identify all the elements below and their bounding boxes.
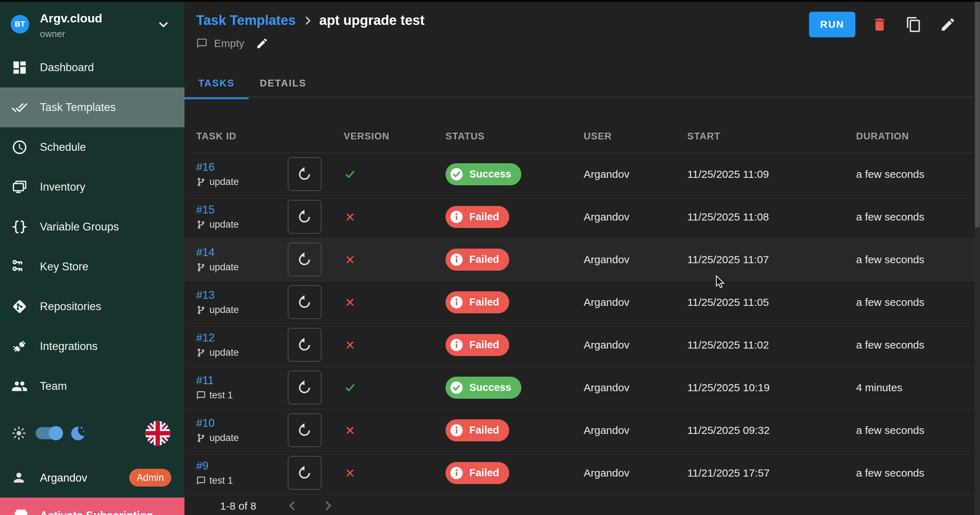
sidebar-item-label: Repositories <box>40 300 101 313</box>
restart-icon <box>296 422 313 439</box>
restart-task-button[interactable] <box>288 371 321 404</box>
theme-toggle-knob <box>49 426 63 440</box>
sidebar-item-label: Key Store <box>40 260 88 273</box>
main-content: Task Templates apt upgrade test Empty RU… <box>185 0 980 515</box>
task-id-link[interactable]: #10 <box>196 417 215 429</box>
schedule-icon <box>11 139 28 155</box>
task-id-link[interactable]: #13 <box>196 289 215 302</box>
task-id-link[interactable]: #14 <box>196 246 215 259</box>
col-duration: DURATION <box>856 131 909 142</box>
sidebar-item-variable-groups[interactable]: Variable Groups <box>0 207 185 247</box>
language-flag-uk[interactable] <box>145 420 170 446</box>
task-id-link[interactable]: #15 <box>196 203 215 216</box>
user-cell: Argandov <box>584 153 629 195</box>
sidebar: BT Argv.cloud owner Dashboard Task Templ… <box>0 0 185 515</box>
branch-icon <box>196 220 206 230</box>
pencil-icon <box>940 16 956 33</box>
task-id-link[interactable]: #9 <box>196 460 208 472</box>
theme-toggle[interactable] <box>36 427 62 439</box>
window-top-edge <box>0 0 980 2</box>
duration-cell: a few seconds <box>856 153 924 195</box>
project-name: Argv.cloud <box>40 11 102 25</box>
version-fail-icon <box>343 296 357 309</box>
table-header: TASK ID VERSION STATUS USER START DURATI… <box>185 121 980 153</box>
pagination-prev-button[interactable] <box>283 497 301 515</box>
edit-description-icon[interactable] <box>256 37 269 50</box>
restart-task-button[interactable] <box>288 413 321 447</box>
user-cell: Argandov <box>584 324 629 366</box>
restart-task-button[interactable] <box>288 157 321 191</box>
project-switcher[interactable]: BT Argv.cloud owner <box>0 0 185 50</box>
activate-subscription-banner[interactable]: Activate Subscription <box>0 498 185 515</box>
restart-icon <box>296 252 313 268</box>
user-cell: Argandov <box>584 452 629 494</box>
pagination: 1-8 of 8 <box>185 494 980 515</box>
edit-template-button[interactable] <box>938 14 958 35</box>
duration-cell: 4 minutes <box>856 366 902 409</box>
chevron-left-icon <box>286 499 299 512</box>
breadcrumb-parent-link[interactable]: Task Templates <box>196 13 296 28</box>
task-id-link[interactable]: #11 <box>196 374 214 387</box>
sidebar-item-label: Task Templates <box>40 101 116 114</box>
copy-template-button[interactable] <box>904 14 924 35</box>
repositories-icon <box>11 298 28 315</box>
table-row[interactable]: #13 update Failed Argandov 11/25/2025 11… <box>185 281 980 324</box>
table-row[interactable]: #10 update Failed Argandov 11/25/2025 09… <box>185 409 980 452</box>
premium-gem-icon <box>13 507 29 515</box>
sidebar-item-key-store[interactable]: Key Store <box>0 247 185 287</box>
tabs-divider <box>185 97 980 97</box>
trash-icon <box>872 16 888 33</box>
duration-cell: a few seconds <box>856 281 924 323</box>
sidebar-item-dashboard[interactable]: Dashboard <box>0 48 185 87</box>
table-row[interactable]: #11 test 1 Success Argandov 11/25/2025 1… <box>185 366 980 409</box>
run-button[interactable]: RUN <box>809 12 855 37</box>
template-description: Empty <box>196 37 269 50</box>
pagination-next-button[interactable] <box>319 497 337 515</box>
tab-tasks[interactable]: TASKS <box>185 70 248 97</box>
task-message: update <box>209 219 239 230</box>
table-row[interactable]: #14 update Failed Argandov 11/25/2025 11… <box>185 238 980 281</box>
duration-cell: a few seconds <box>856 452 924 494</box>
task-message: test 1 <box>209 475 233 486</box>
banner-label: Activate Subscription <box>40 509 153 515</box>
project-role: owner <box>40 29 65 40</box>
person-icon <box>11 470 26 485</box>
restart-task-button[interactable] <box>288 285 321 319</box>
success-icon <box>449 380 464 395</box>
table-row[interactable]: #9 test 1 Failed Argandov 11/21/2025 17:… <box>185 452 980 494</box>
sidebar-item-repositories[interactable]: Repositories <box>0 287 185 326</box>
task-message: update <box>209 304 239 315</box>
task-id-link[interactable]: #12 <box>196 331 215 344</box>
integrations-icon <box>11 338 28 355</box>
scrollbar-track[interactable] <box>975 0 980 515</box>
version-fail-icon <box>343 424 357 437</box>
version-fail-icon <box>343 466 357 480</box>
restart-task-button[interactable] <box>288 328 321 362</box>
sidebar-item-label: Inventory <box>40 181 86 193</box>
tab-details[interactable]: DETAILS <box>248 70 318 97</box>
col-user: USER <box>584 131 612 142</box>
table-row[interactable]: #16 update Success Argandov 11/25/2025 1… <box>185 153 980 196</box>
restart-task-button[interactable] <box>288 200 321 234</box>
user-cell: Argandov <box>584 366 629 409</box>
restart-task-button[interactable] <box>288 242 321 276</box>
duration-cell: a few seconds <box>856 324 924 366</box>
sidebar-item-team[interactable]: Team <box>0 366 185 406</box>
user-row[interactable]: Argandov Admin <box>0 466 185 490</box>
delete-template-button[interactable] <box>870 14 889 35</box>
restart-task-button[interactable] <box>288 456 321 490</box>
task-table: #16 update Success Argandov 11/25/2025 1… <box>185 153 980 494</box>
sidebar-item-label: Dashboard <box>40 61 94 74</box>
table-row[interactable]: #15 update Failed Argandov 11/25/2025 11… <box>185 196 980 238</box>
scrollbar-thumb[interactable] <box>975 0 980 228</box>
table-row[interactable]: #12 update Failed Argandov 11/25/2025 11… <box>185 324 980 366</box>
restart-icon <box>296 337 313 353</box>
sidebar-item-integrations[interactable]: Integrations <box>0 326 185 366</box>
sidebar-item-task-templates[interactable]: Task Templates <box>0 87 185 127</box>
sidebar-item-schedule[interactable]: Schedule <box>0 127 185 167</box>
status-badge: Failed <box>445 206 509 228</box>
task-id-link[interactable]: #16 <box>196 161 215 174</box>
sidebar-item-inventory[interactable]: Inventory <box>0 167 185 207</box>
col-version: VERSION <box>344 131 390 142</box>
sidebar-item-label: Team <box>40 380 67 393</box>
